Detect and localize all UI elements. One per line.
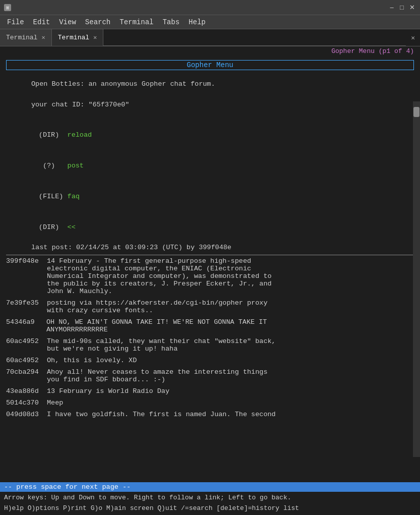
post-row-7: 5014c370 Meep <box>6 399 414 407</box>
nav-type-back: (DIR) <box>39 223 68 231</box>
title-bar-controls[interactable]: – □ ✕ <box>388 4 416 12</box>
menu-search[interactable]: Search <box>81 17 114 27</box>
tab-1-close[interactable]: ✕ <box>41 34 45 41</box>
tab-1[interactable]: Terminal ✕ <box>0 29 52 46</box>
nav-label-post: post <box>68 162 84 169</box>
terminal-body-wrapper: Gopher Menu Open Bottles: an anonymous G… <box>0 55 420 482</box>
post-row-2: 54346a9 OH NO, WE AIN'T GONNA TAKE IT! W… <box>6 318 414 333</box>
posts-container: 399f048e 14 February - The first general… <box>6 257 414 418</box>
post-text-2: OH NO, WE AIN'T GONNA TAKE IT! WE'RE NOT… <box>46 318 414 333</box>
intro-spacer2 <box>6 110 414 120</box>
help-line-1: Arrow keys: Up and Down to move. Right t… <box>4 493 416 503</box>
post-id-1: 7e39fe35 <box>6 299 47 314</box>
tab-bar: Terminal ✕ Terminal ✕ ✕ <box>0 29 420 46</box>
menu-view[interactable]: View <box>55 17 80 27</box>
tab-2-close[interactable]: ✕ <box>93 34 97 41</box>
app-icon: ▣ <box>4 4 11 11</box>
terminal: Gopher Menu (p1 of 4) Gopher Menu Open B… <box>0 46 420 515</box>
title-bar: ▣ – □ ✕ <box>0 0 420 15</box>
nav-label-faq: faq <box>68 193 80 200</box>
scrollbar-thumb[interactable] <box>413 107 419 117</box>
help-line-2: H)elp O)ptions P)rint G)o M)ain screen Q… <box>4 503 416 514</box>
menu-bar: File Edit View Search Terminal Tabs Help <box>0 15 420 29</box>
post-text-5: Ahoy all! Never ceases to amaze the inte… <box>47 368 414 383</box>
post-text-1: posting via https://akfoerster.de/cgi-bi… <box>47 299 414 314</box>
nav-type-post: (?) <box>39 162 68 169</box>
post-id-5: 70cba294 <box>6 368 47 383</box>
gopher-title: Gopher Menu <box>6 60 414 70</box>
menu-tabs[interactable]: Tabs <box>158 17 184 27</box>
post-text-6: 13 February is World Radio Day <box>47 387 414 395</box>
divider <box>6 255 414 255</box>
post-row-6: 43ea886d 13 February is World Radio Day <box>6 387 414 395</box>
nav-type-faq: (FILE) <box>39 193 68 200</box>
menu-help[interactable]: Help <box>185 17 210 27</box>
nav-reload[interactable]: (DIR) reload <box>6 120 414 151</box>
title-bar-left: ▣ <box>4 4 11 11</box>
gopher-title-wrap: Gopher Menu <box>6 55 414 75</box>
post-id-4: 60ac4952 <box>6 357 47 364</box>
post-row-8: 049d08d3 I have two goldfish. The first … <box>6 411 414 418</box>
minimize-button[interactable]: – <box>388 4 396 12</box>
post-id-8: 049d08d3 <box>6 411 47 418</box>
tab-2-label: Terminal <box>58 34 89 41</box>
post-id-7: 5014c370 <box>6 399 47 407</box>
post-id-0: 399f048e <box>6 257 47 295</box>
tab-extra-close[interactable]: ✕ <box>406 29 420 46</box>
intro-line-1: Open Bottles: an anonymous Gopher chat f… <box>6 79 414 89</box>
intro-spacer <box>6 89 414 99</box>
close-button[interactable]: ✕ <box>408 4 416 12</box>
post-id-6: 43ea886d <box>6 387 47 395</box>
post-id-3: 60ac4952 <box>6 337 47 353</box>
post-id-2: 54346a9 <box>6 318 46 333</box>
post-row-5: 70cba294 Ahoy all! Never ceases to amaze… <box>6 368 414 383</box>
post-row-0: 399f048e 14 February - The first general… <box>6 257 414 295</box>
menu-edit[interactable]: Edit <box>29 17 54 27</box>
nav-type-reload: (DIR) <box>39 131 68 139</box>
post-text-3: The mid-90s called, they want their chat… <box>47 337 414 353</box>
scrollbar[interactable] <box>413 101 420 457</box>
post-text-8: I have two goldfish. The first is named … <box>47 411 414 418</box>
post-row-1: 7e39fe35 posting via https://akfoerster.… <box>6 299 414 314</box>
tab-2[interactable]: Terminal ✕ <box>52 29 104 46</box>
nav-post[interactable]: (?) post <box>6 151 414 182</box>
last-post-line: last post: 02/14/25 at 03:09:23 (UTC) by… <box>6 243 414 253</box>
terminal-body: Gopher Menu Open Bottles: an anonymous G… <box>0 55 420 422</box>
maximize-button[interactable]: □ <box>398 4 406 12</box>
post-text-4: Oh, this is lovely. XD <box>47 357 414 364</box>
status-right: Gopher Menu (p1 of 4) <box>0 46 420 55</box>
post-row-4: 60ac4952 Oh, this is lovely. XD <box>6 357 414 364</box>
help-bar: Arrow keys: Up and Down to move. Right t… <box>0 492 420 515</box>
tab-spacer <box>103 29 406 46</box>
menu-file[interactable]: File <box>3 17 28 27</box>
menu-terminal[interactable]: Terminal <box>115 17 157 27</box>
post-text-7: Meep <box>47 399 414 407</box>
post-text-0: 14 February - The first general-purpose … <box>47 257 414 295</box>
post-row-3: 60ac4952 The mid-90s called, they want t… <box>6 337 414 353</box>
nav-label-back: << <box>68 223 76 231</box>
nav-back[interactable]: (DIR) << <box>6 212 414 243</box>
nav-faq[interactable]: (FILE) faq <box>6 182 414 212</box>
intro-line-2: your chat ID: "65f370e0" <box>6 100 414 110</box>
nav-label-reload: reload <box>68 131 92 139</box>
status-bar: -- press space for next page -- <box>0 482 420 492</box>
tab-1-label: Terminal <box>6 34 37 41</box>
